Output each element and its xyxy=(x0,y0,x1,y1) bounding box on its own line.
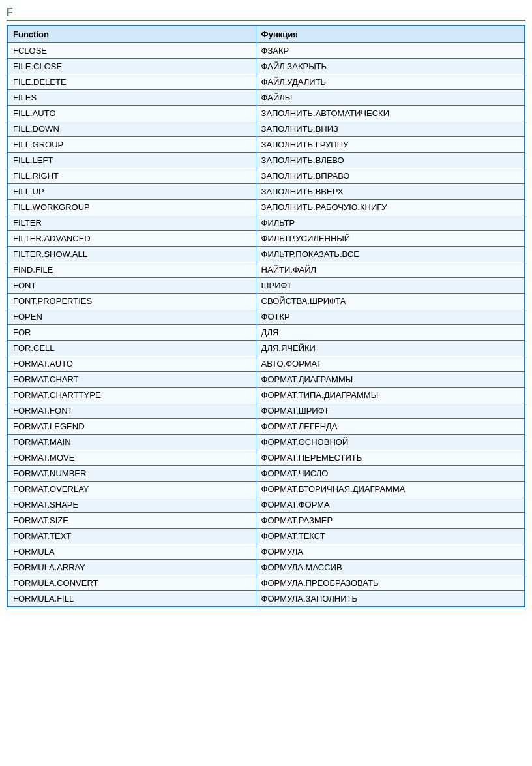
function-name: FONT.PROPERTIES xyxy=(7,294,256,309)
function-name: FILL.LEFT xyxy=(7,153,256,168)
function-name: FONT xyxy=(7,278,256,294)
table-header-row: Function Функция xyxy=(7,25,525,43)
function-russian: ФЗАКР xyxy=(256,43,525,59)
table-row: FORMAT.AUTOАВТО.ФОРМАТ xyxy=(7,356,525,372)
table-row: FILTER.ADVANCEDФИЛЬТР.УСИЛЕННЫЙ xyxy=(7,231,525,247)
function-name: FORMAT.SIZE xyxy=(7,513,256,529)
function-russian: ФОРМУЛА.ЗАПОЛНИТЬ xyxy=(256,591,525,607)
function-name: FORMAT.CHARTTYPE xyxy=(7,388,256,403)
function-russian: ФАЙЛЫ xyxy=(256,90,525,106)
function-name: FORMAT.MAIN xyxy=(7,435,256,450)
function-russian: АВТО.ФОРМАТ xyxy=(256,356,525,372)
function-name: FILE.CLOSE xyxy=(7,59,256,74)
function-name: FILTER.ADVANCED xyxy=(7,231,256,247)
function-name: FOPEN xyxy=(7,309,256,325)
function-russian: ФОРМАТ.ШРИФТ xyxy=(256,403,525,419)
function-russian: ЗАПОЛНИТЬ.ГРУППУ xyxy=(256,137,525,153)
table-row: FILL.GROUPЗАПОЛНИТЬ.ГРУППУ xyxy=(7,137,525,153)
function-name: FILES xyxy=(7,90,256,106)
function-russian: ФИЛЬТР xyxy=(256,215,525,231)
function-russian: ЗАПОЛНИТЬ.ВВЕРХ xyxy=(256,184,525,200)
table-row: FILE.CLOSEФАЙЛ.ЗАКРЫТЬ xyxy=(7,59,525,74)
table-row: FILL.RIGHTЗАПОЛНИТЬ.ВПРАВО xyxy=(7,168,525,184)
function-name: FORMAT.TEXT xyxy=(7,529,256,544)
function-russian: ФОРМАТ.ОСНОВНОЙ xyxy=(256,435,525,450)
function-name: FILL.DOWN xyxy=(7,121,256,137)
function-name: FIND.FILE xyxy=(7,262,256,278)
function-name: FILL.UP xyxy=(7,184,256,200)
table-row: FONTШРИФТ xyxy=(7,278,525,294)
table-row: FILL.AUTOЗАПОЛНИТЬ.АВТОМАТИЧЕСКИ xyxy=(7,106,525,121)
function-russian: ФИЛЬТР.ПОКАЗАТЬ.ВСЕ xyxy=(256,247,525,262)
function-name: FORMULA.ARRAY xyxy=(7,560,256,575)
table-row: FORMAT.MAINФОРМАТ.ОСНОВНОЙ xyxy=(7,435,525,450)
function-russian: НАЙТИ.ФАЙЛ xyxy=(256,262,525,278)
table-row: FILE.DELETEФАЙЛ.УДАЛИТЬ xyxy=(7,74,525,90)
column-header-russian: Функция xyxy=(256,25,525,43)
function-russian: ЗАПОЛНИТЬ.РАБОЧУЮ.КНИГУ xyxy=(256,200,525,215)
function-name: FILL.RIGHT xyxy=(7,168,256,184)
function-name: FOR.CELL xyxy=(7,341,256,356)
table-row: FORMULA.CONVERTФОРМУЛА.ПРЕОБРАЗОВАТЬ xyxy=(7,575,525,591)
function-name: FORMAT.MOVE xyxy=(7,450,256,466)
function-name: FCLOSE xyxy=(7,43,256,59)
table-row: FILESФАЙЛЫ xyxy=(7,90,525,106)
table-row: FOPENФОТКР xyxy=(7,309,525,325)
table-row: FCLOSEФЗАКР xyxy=(7,43,525,59)
function-name: FILL.WORKGROUP xyxy=(7,200,256,215)
table-row: FONT.PROPERTIESСВОЙСТВА.ШРИФТА xyxy=(7,294,525,309)
function-name: FORMAT.LEGEND xyxy=(7,419,256,435)
table-row: FORMAT.OVERLAYФОРМАТ.ВТОРИЧНАЯ.ДИАГРАММА xyxy=(7,482,525,497)
table-row: FORMULAФОРМУЛА xyxy=(7,544,525,560)
function-name: FILTER xyxy=(7,215,256,231)
function-name: FORMAT.CHART xyxy=(7,372,256,388)
function-name: FORMAT.FONT xyxy=(7,403,256,419)
function-name: FILL.AUTO xyxy=(7,106,256,121)
column-header-function: Function xyxy=(7,25,256,43)
function-russian: ФОРМАТ.ТИПА.ДИАГРАММЫ xyxy=(256,388,525,403)
table-row: FORMULA.ARRAYФОРМУЛА.МАССИВ xyxy=(7,560,525,575)
table-row: FILTER.SHOW.ALLФИЛЬТР.ПОКАЗАТЬ.ВСЕ xyxy=(7,247,525,262)
function-russian: ШРИФТ xyxy=(256,278,525,294)
page-letter: F xyxy=(7,7,525,21)
table-row: FILL.WORKGROUPЗАПОЛНИТЬ.РАБОЧУЮ.КНИГУ xyxy=(7,200,525,215)
table-row: FORMULA.FILLФОРМУЛА.ЗАПОЛНИТЬ xyxy=(7,591,525,607)
function-name: FORMAT.OVERLAY xyxy=(7,482,256,497)
function-russian: ЗАПОЛНИТЬ.ВЛЕВО xyxy=(256,153,525,168)
function-russian: ФОРМУЛА xyxy=(256,544,525,560)
function-russian: ФОРМАТ.ТЕКСТ xyxy=(256,529,525,544)
function-russian: ФИЛЬТР.УСИЛЕННЫЙ xyxy=(256,231,525,247)
function-name: FORMULA.FILL xyxy=(7,591,256,607)
function-russian: ФОРМАТ.ПЕРЕМЕСТИТЬ xyxy=(256,450,525,466)
table-row: FILL.LEFTЗАПОЛНИТЬ.ВЛЕВО xyxy=(7,153,525,168)
table-row: FORMAT.MOVEФОРМАТ.ПЕРЕМЕСТИТЬ xyxy=(7,450,525,466)
function-name: FILL.GROUP xyxy=(7,137,256,153)
function-russian: ЗАПОЛНИТЬ.ВНИЗ xyxy=(256,121,525,137)
table-row: FORMAT.SHAPEФОРМАТ.ФОРМА xyxy=(7,497,525,513)
function-russian: ДЛЯ xyxy=(256,325,525,341)
table-row: FORMAT.SIZEФОРМАТ.РАЗМЕР xyxy=(7,513,525,529)
function-russian: ДЛЯ.ЯЧЕЙКИ xyxy=(256,341,525,356)
function-name: FORMULA.CONVERT xyxy=(7,575,256,591)
function-russian: ФАЙЛ.ЗАКРЫТЬ xyxy=(256,59,525,74)
table-row: FORMAT.FONTФОРМАТ.ШРИФТ xyxy=(7,403,525,419)
function-russian: ФОРМАТ.РАЗМЕР xyxy=(256,513,525,529)
function-russian: ФОРМАТ.ВТОРИЧНАЯ.ДИАГРАММА xyxy=(256,482,525,497)
table-row: FORMAT.NUMBERФОРМАТ.ЧИСЛО xyxy=(7,466,525,482)
function-russian: ФОРМАТ.ФОРМА xyxy=(256,497,525,513)
function-table: Function Функция FCLOSEФЗАКРFILE.CLOSEФА… xyxy=(7,25,525,607)
table-row: FORMAT.TEXTФОРМАТ.ТЕКСТ xyxy=(7,529,525,544)
table-row: FORДЛЯ xyxy=(7,325,525,341)
table-row: FILL.UPЗАПОЛНИТЬ.ВВЕРХ xyxy=(7,184,525,200)
table-row: FORMAT.CHARTФОРМАТ.ДИАГРАММЫ xyxy=(7,372,525,388)
function-russian: СВОЙСТВА.ШРИФТА xyxy=(256,294,525,309)
function-russian: ЗАПОЛНИТЬ.АВТОМАТИЧЕСКИ xyxy=(256,106,525,121)
table-row: FORMAT.LEGENDФОРМАТ.ЛЕГЕНДА xyxy=(7,419,525,435)
function-name: FILE.DELETE xyxy=(7,74,256,90)
function-russian: ФАЙЛ.УДАЛИТЬ xyxy=(256,74,525,90)
table-row: FORMAT.CHARTTYPEФОРМАТ.ТИПА.ДИАГРАММЫ xyxy=(7,388,525,403)
function-russian: ФОРМАТ.ЛЕГЕНДА xyxy=(256,419,525,435)
function-russian: ФОРМУЛА.МАССИВ xyxy=(256,560,525,575)
table-row: FILL.DOWNЗАПОЛНИТЬ.ВНИЗ xyxy=(7,121,525,137)
function-russian: ЗАПОЛНИТЬ.ВПРАВО xyxy=(256,168,525,184)
